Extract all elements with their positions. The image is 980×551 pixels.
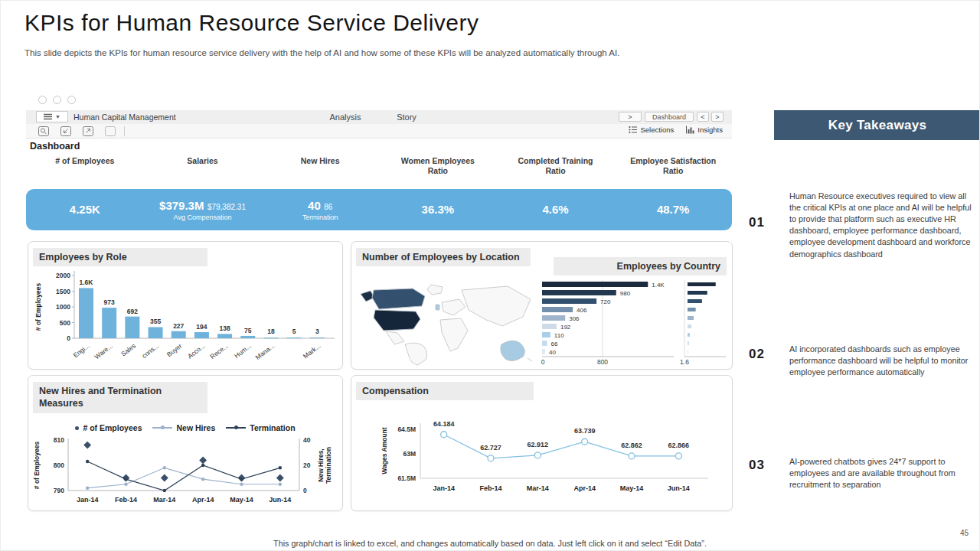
svg-text:355: 355 — [150, 318, 161, 325]
nav-next-button[interactable]: > — [711, 112, 724, 122]
insights-button[interactable]: Insights — [686, 126, 723, 134]
svg-text:62.862: 62.862 — [621, 442, 642, 449]
svg-text:New Hires,: New Hires, — [317, 448, 325, 481]
takeaway-text: Human Resource executives required to vi… — [789, 191, 977, 260]
toolbar-divider — [124, 126, 125, 136]
svg-text:# of Employees: # of Employees — [33, 442, 41, 490]
nav-forward-button[interactable]: > — [619, 112, 642, 122]
tab-analysis[interactable]: Analysis — [322, 110, 368, 124]
panel-new-hires-termination: New Hires and Termination Measures # of … — [28, 375, 343, 511]
share-icon[interactable] — [83, 126, 93, 136]
key-takeaways-header: Key Takeaways — [774, 110, 980, 140]
svg-text:18: 18 — [267, 328, 275, 335]
map-africa — [440, 318, 468, 351]
map-canada — [372, 289, 425, 309]
window-dot-icon — [38, 96, 47, 104]
svg-text:Mar-14: Mar-14 — [527, 484, 549, 492]
svg-text:Jan-14: Jan-14 — [433, 484, 455, 492]
chart-title: New Hires and Termination Measures — [33, 382, 207, 413]
insights-chart-icon — [686, 126, 694, 134]
svg-text:Mar-14: Mar-14 — [153, 496, 175, 504]
svg-text:Jun-14: Jun-14 — [269, 496, 291, 504]
svg-text:0: 0 — [541, 358, 545, 366]
menubar: ▼ Human Capital Management Analysis Stor… — [26, 110, 732, 124]
map-south-america — [405, 343, 427, 365]
window-dots — [38, 96, 76, 104]
panel-employees-by-location: Number of Employees by Location Employee… — [351, 241, 733, 370]
svg-text:May-14: May-14 — [230, 496, 253, 504]
svg-text:810: 810 — [54, 436, 64, 444]
legend-item: New Hires — [152, 423, 215, 432]
chart-legend: # of Employees New Hires Termination — [28, 423, 342, 432]
svg-text:194: 194 — [196, 323, 207, 331]
svg-text:110: 110 — [554, 332, 564, 339]
app-title: Human Capital Management — [74, 110, 176, 124]
map-asia — [462, 286, 531, 326]
dashboard-mockup: ▼ Human Capital Management Analysis Stor… — [26, 93, 732, 512]
kpi-header: Employee Satisfaction Ratio — [614, 156, 732, 176]
kpi-women-ratio: 36.3% — [379, 203, 497, 217]
svg-text:306: 306 — [569, 315, 580, 322]
panel-compensation: Compensation 61.5M63M64.5MWages Amount64… — [351, 375, 733, 511]
kpi-header-row: # of Employees Salaries New Hires Women … — [26, 156, 732, 176]
zoom-tool-icon[interactable] — [38, 126, 49, 136]
hamburger-icon — [44, 113, 52, 120]
svg-text:138: 138 — [219, 324, 230, 332]
undo-icon[interactable] — [60, 126, 71, 136]
svg-text:3: 3 — [315, 328, 319, 335]
svg-text:406: 406 — [577, 307, 587, 314]
svg-text:Acco...: Acco... — [186, 342, 207, 360]
kpi-satisfaction-ratio: 48.7% — [614, 203, 732, 217]
dashboard-button[interactable]: Dashboard — [645, 112, 694, 122]
svg-text:40: 40 — [303, 436, 311, 444]
svg-text:5: 5 — [292, 328, 296, 335]
svg-text:May-14: May-14 — [620, 484, 644, 492]
svg-text:0: 0 — [67, 334, 70, 342]
takeaway-text: AI incorporated dashboards such as emplo… — [789, 344, 977, 378]
svg-text:973: 973 — [104, 298, 115, 306]
svg-text:62.866: 62.866 — [668, 442, 690, 449]
employees-by-country-bar-chart: 1.4K980720406306192110664008001.6 — [537, 279, 729, 366]
svg-text:62.727: 62.727 — [480, 444, 501, 452]
panel-employees-by-role: Employees by Role 0500100015002000# of E… — [28, 241, 343, 370]
svg-text:20: 20 — [303, 461, 311, 469]
svg-text:64.5M: 64.5M — [397, 425, 416, 433]
legend-item: # of Employees — [75, 423, 142, 432]
legend-line-icon — [152, 427, 172, 429]
svg-text:692: 692 — [127, 308, 138, 315]
world-map — [356, 282, 536, 366]
svg-text:Jan-14: Jan-14 — [77, 496, 99, 504]
svg-text:1.6: 1.6 — [680, 358, 689, 366]
svg-text:66: 66 — [551, 341, 558, 347]
new-hires-termination-line-chart: 79080081002040# of EmployeesNew Hires,Te… — [30, 434, 341, 507]
svg-text:1500: 1500 — [56, 288, 70, 295]
svg-text:62.912: 62.912 — [528, 441, 549, 448]
kpi-value-band: 4.25K $379.3M $79,382.31 Avg Compensatio… — [26, 189, 732, 230]
comment-icon[interactable] — [105, 126, 116, 136]
selections-button[interactable]: Selections — [629, 126, 674, 134]
slide: KPIs for Human Resource Service Delivery… — [0, 0, 980, 551]
hamburger-menu-button[interactable]: ▼ — [36, 111, 68, 122]
page-number: 45 — [960, 529, 969, 537]
svg-text:64.184: 64.184 — [433, 420, 455, 428]
takeaway-number: 01 — [749, 215, 765, 230]
compensation-line-chart: 61.5M63M64.5MWages Amount64.184Jan-1462.… — [356, 402, 730, 506]
kpi-header: # of Employees — [26, 156, 144, 176]
chart-title: Employees by Role — [33, 248, 207, 266]
svg-text:# of Employees: # of Employees — [34, 283, 42, 331]
svg-text:cons...: cons... — [140, 342, 160, 360]
svg-text:Feb-14: Feb-14 — [115, 496, 137, 504]
map-greenland — [427, 285, 443, 295]
svg-text:1000: 1000 — [56, 303, 70, 311]
employees-by-role-bar-chart: 0500100015002000# of Employees1.6KEngi..… — [31, 266, 339, 366]
svg-text:720: 720 — [600, 298, 611, 305]
legend-item: Termination — [226, 423, 295, 432]
kpi-salaries: $379.3M $79,382.31 Avg Compensation — [144, 199, 262, 221]
nav-prev-button[interactable]: < — [697, 112, 709, 122]
svg-text:Ware...: Ware... — [93, 342, 113, 361]
tab-story[interactable]: Story — [387, 110, 426, 124]
kpi-employees: 4.25K — [26, 203, 144, 217]
kpi-header: Women Employees Ratio — [379, 156, 497, 176]
svg-text:Buyer: Buyer — [165, 342, 184, 359]
legend-line-icon — [226, 427, 246, 429]
